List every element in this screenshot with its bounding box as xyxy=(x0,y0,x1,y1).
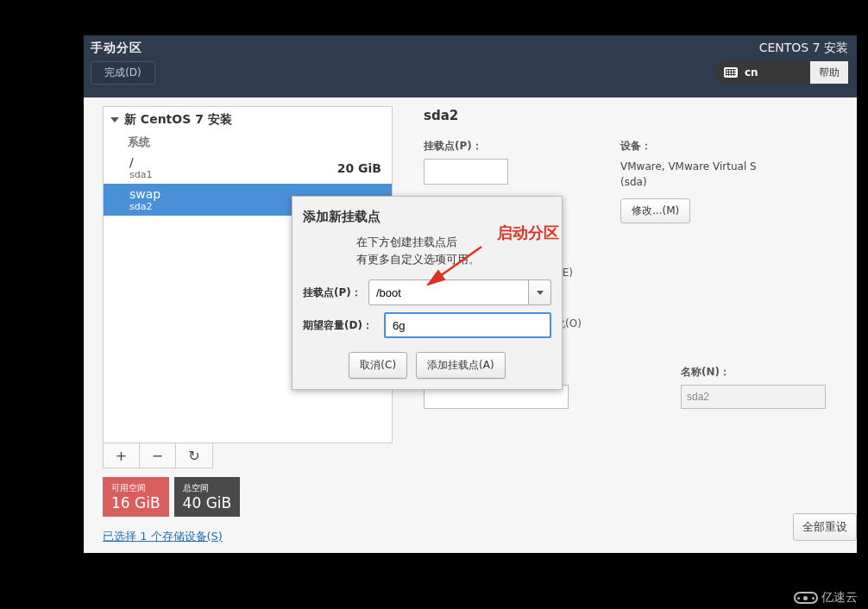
keyboard-icon xyxy=(724,67,738,78)
dialog-capacity-input[interactable] xyxy=(384,312,551,338)
mountpoint-label: 挂载点(P)： xyxy=(424,139,508,154)
watermark-text: 亿速云 xyxy=(821,590,858,606)
name-input xyxy=(681,385,826,409)
device-label: 设备： xyxy=(620,139,758,154)
top-header: 手动分区 完成(D) CENTOS 7 安装 cn 帮助 xyxy=(84,35,857,97)
partition-mount: swap xyxy=(129,187,160,201)
install-name: CENTOS 7 安装 xyxy=(759,41,848,56)
available-space-box: 可用空间 16 GiB xyxy=(103,477,169,517)
watermark: 亿速云 xyxy=(794,590,858,606)
page-title: 手动分区 xyxy=(91,41,155,56)
storage-devices-link[interactable]: 已选择 1 个存储设备(S) xyxy=(103,529,393,544)
help-button[interactable]: 帮助 xyxy=(810,61,848,84)
list-header[interactable]: 新 CentOS 7 安装 xyxy=(104,107,392,133)
dialog-mount-label: 挂载点(P)： xyxy=(303,286,368,300)
available-space-value: 16 GiB xyxy=(111,494,160,512)
selected-partition-title: sda2 xyxy=(424,108,857,123)
dialog-cancel-button[interactable]: 取消(C) xyxy=(349,352,407,379)
modify-device-button[interactable]: 修改...(M) xyxy=(620,198,690,223)
reset-all-button[interactable]: 全部重设 xyxy=(793,513,857,541)
partition-mount: / xyxy=(129,155,152,169)
list-toolbar: + − ↻ xyxy=(103,443,213,468)
dialog-add-button[interactable]: 添加挂载点(A) xyxy=(416,352,506,379)
partition-device: sda2 xyxy=(129,201,160,212)
reload-button[interactable]: ↻ xyxy=(176,443,212,468)
keyboard-lang: cn xyxy=(745,66,758,78)
keyboard-indicator[interactable]: cn xyxy=(715,61,810,84)
device-text: VMware, VMware Virtual S (sda) xyxy=(620,159,758,190)
add-mountpoint-dialog: 添加新挂载点 在下方创建挂载点后 有更多自定义选项可用。 挂载点(P)： 期望容… xyxy=(292,196,563,390)
mountpoint-input[interactable] xyxy=(424,159,508,185)
partition-device: sda1 xyxy=(129,169,152,180)
add-partition-button[interactable]: + xyxy=(104,443,140,468)
done-button[interactable]: 完成(D) xyxy=(91,61,155,85)
total-space-label: 总空间 xyxy=(183,482,232,494)
chevron-down-icon xyxy=(537,291,544,295)
space-summary: 可用空间 16 GiB 总空间 40 GiB xyxy=(103,477,393,517)
total-space-box: 总空间 40 GiB xyxy=(174,477,241,517)
list-title: 新 CentOS 7 安装 xyxy=(124,112,232,128)
dialog-capacity-label: 期望容量(D)： xyxy=(303,318,384,333)
section-label: 系统 xyxy=(104,133,392,152)
partition-row-root[interactable]: / sda1 20 GiB xyxy=(104,152,392,184)
chevron-down-icon xyxy=(110,117,119,122)
dialog-description: 在下方创建挂载点后 有更多自定义选项可用。 xyxy=(303,234,551,267)
name-field-label: 名称(N)： xyxy=(681,365,826,380)
partition-size: 20 GiB xyxy=(337,161,381,175)
available-space-label: 可用空间 xyxy=(111,482,160,494)
remove-partition-button[interactable]: − xyxy=(140,443,176,468)
dialog-mount-dropdown[interactable] xyxy=(529,279,551,305)
dialog-title: 添加新挂载点 xyxy=(303,209,551,225)
total-space-value: 40 GiB xyxy=(183,494,232,512)
watermark-icon xyxy=(794,592,818,604)
dialog-mount-input[interactable] xyxy=(368,279,529,305)
